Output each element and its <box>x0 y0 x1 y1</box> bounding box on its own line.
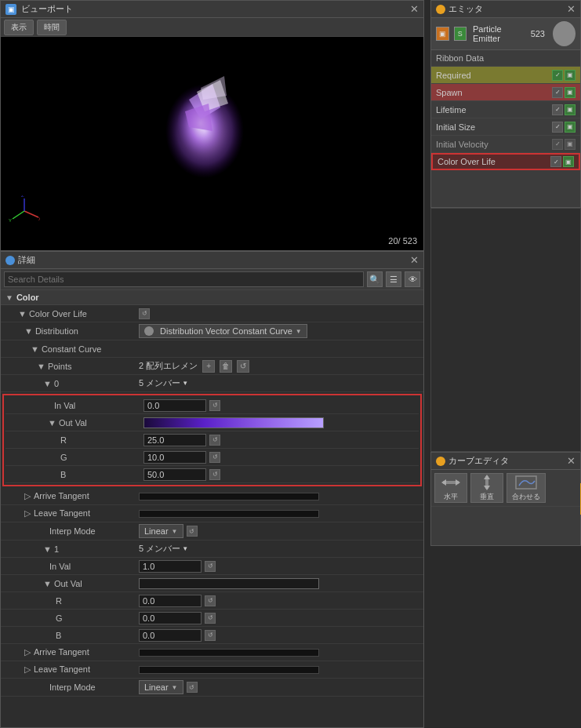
lifetime-check-icon[interactable]: ✓ <box>552 104 563 115</box>
emitter-close-button[interactable]: ✕ <box>567 3 576 15</box>
spawn-label: Spawn <box>436 88 552 97</box>
in-val-1-reset[interactable]: ↺ <box>205 561 216 572</box>
vertical-button[interactable]: 垂直 <box>470 473 503 503</box>
color-section-header[interactable]: ▼ Color <box>1 290 423 305</box>
g-0-reset[interactable]: ↺ <box>209 452 220 463</box>
emitter-row-required[interactable]: Required ✓ ▣ <box>431 67 580 84</box>
b-1-input[interactable] <box>139 629 202 642</box>
svg-text:Z: Z <box>21 195 24 198</box>
initial-velocity-label: Initial Velocity <box>436 140 552 149</box>
leave-tangent-1-value <box>139 666 419 674</box>
display-button[interactable]: 表示 <box>4 20 34 35</box>
r-1-reset[interactable]: ↺ <box>205 595 216 606</box>
emitter-row-initial-velocity[interactable]: Initial Velocity ✓ ▣ <box>431 136 580 153</box>
in-val-1-value: ↺ <box>139 560 419 573</box>
in-val-0-input[interactable] <box>143 399 206 412</box>
spawn-graph-icon[interactable]: ▣ <box>565 87 576 98</box>
required-graph-icon[interactable]: ▣ <box>565 70 576 81</box>
curve-editor-icon <box>436 457 445 466</box>
arrive-tangent-0-row: ▷Arrive Tangent <box>1 488 423 505</box>
required-check-icon[interactable]: ✓ <box>552 70 563 81</box>
r-1-input[interactable] <box>139 595 202 607</box>
search-bar: 🔍 ☰ 👁 <box>1 269 423 290</box>
color-over-life-check-icon[interactable]: ✓ <box>550 156 561 167</box>
constant-curve-prop-label: ▼Constant Curve <box>5 344 139 354</box>
b-0-input[interactable] <box>143 468 206 481</box>
emitter-icon-orange: ▣ <box>436 27 449 41</box>
item-0-highlight: In Val ↺ ▼Out Val R ↺ G <box>2 394 422 486</box>
out-val-0-value <box>143 417 414 428</box>
add-point-button[interactable]: + <box>202 360 215 373</box>
particle-emitter-row: ▣ S Particle Emitter 523 <box>431 18 580 50</box>
svg-text:X: X <box>38 217 40 221</box>
lifetime-graph-icon[interactable]: ▣ <box>565 104 576 115</box>
emitter-row-spawn[interactable]: Spawn ✓ ▣ <box>431 84 580 101</box>
particle-emitter-label: Particle Emitter <box>473 24 526 43</box>
spawn-icons: ✓ ▣ <box>552 87 576 98</box>
horizontal-icon <box>441 475 460 490</box>
g-1-reset[interactable]: ↺ <box>205 613 216 624</box>
list-view-icon[interactable]: ☰ <box>386 271 401 287</box>
interp-mode-0-value: Linear ▼ ↺ <box>139 524 419 538</box>
b-0-row: B ↺ <box>5 466 419 483</box>
svg-text:Y: Y <box>9 218 12 223</box>
spawn-check-icon[interactable]: ✓ <box>552 87 563 98</box>
out-val-0-label: ▼Out Val <box>10 418 143 428</box>
viewport-canvas: X Y Z 20/ 523 <box>1 37 423 250</box>
item-1-label: ▼1 <box>5 544 139 554</box>
emitter-row-initial-size[interactable]: Initial Size ✓ ▣ <box>431 118 580 136</box>
out-val-1-row: ▼Out Val <box>1 575 423 592</box>
search-icon[interactable]: 🔍 <box>367 271 383 287</box>
g-0-input[interactable] <box>143 451 206 464</box>
color-over-life-graph-icon[interactable]: ▣ <box>563 156 574 167</box>
axes-indicator: X Y Z <box>9 195 40 227</box>
in-val-0-label: In Val <box>10 401 143 410</box>
b-1-value: ↺ <box>139 629 419 642</box>
distribution-dropdown[interactable]: Distribution Vector Constant Curve ▼ <box>139 324 307 338</box>
horizontal-button[interactable]: 水平 <box>434 473 467 503</box>
initial-size-graph-icon[interactable]: ▣ <box>565 122 576 133</box>
r-0-input[interactable] <box>143 434 206 446</box>
viewport-close-button[interactable]: ✕ <box>410 3 419 15</box>
color-section-label: Color <box>16 293 39 302</box>
interp-mode-0-reset[interactable]: ↺ <box>187 526 198 537</box>
g-1-input[interactable] <box>139 612 202 624</box>
emitter-panel: エミッタ ✕ ▣ S Particle Emitter 523 Ribbon D… <box>430 0 581 208</box>
points-controls: 2 配列エレメン + 🗑 ↺ <box>139 360 249 373</box>
initial-size-check-icon[interactable]: ✓ <box>552 122 563 133</box>
emitter-row-lifetime[interactable]: Lifetime ✓ ▣ <box>431 101 580 118</box>
time-button[interactable]: 時間 <box>37 20 67 35</box>
viewport-panel: ▣ ビューポート ✕ 表示 時間 <box>0 0 424 251</box>
r-0-reset[interactable]: ↺ <box>209 435 220 446</box>
color-over-life-reset[interactable]: ↺ <box>139 308 150 319</box>
initial-velocity-check-icon[interactable]: ✓ <box>552 139 563 150</box>
in-val-0-reset[interactable]: ↺ <box>209 400 220 411</box>
delete-point-button[interactable]: 🗑 <box>220 360 232 373</box>
b-0-reset[interactable]: ↺ <box>209 469 220 480</box>
color-over-life-row: ▼Color Over Life ↺ <box>1 305 423 322</box>
search-input[interactable] <box>4 271 364 287</box>
emitter-row-color-over-life[interactable]: Color Over Life ✓ ▣ <box>431 153 580 170</box>
in-val-1-row: In Val ↺ <box>1 558 423 575</box>
interp-mode-0-dropdown[interactable]: Linear ▼ <box>139 524 183 538</box>
item-0-value: 5 メンバー ▼ <box>139 377 419 389</box>
interp-mode-1-reset[interactable]: ↺ <box>187 682 198 693</box>
fit-button[interactable]: 合わせる <box>507 473 546 503</box>
b-1-reset[interactable]: ↺ <box>205 630 216 641</box>
curve-editor-close-button[interactable]: ✕ <box>567 455 576 467</box>
constant-curve-row: ▼Constant Curve <box>1 340 423 358</box>
color-preview-1 <box>139 578 319 589</box>
initial-velocity-graph-icon[interactable]: ▣ <box>565 139 576 150</box>
interp-mode-0-row: Interp Mode Linear ▼ ↺ <box>1 522 423 541</box>
in-val-1-input[interactable] <box>139 560 202 573</box>
interp-mode-1-dropdown[interactable]: Linear ▼ <box>139 680 183 694</box>
required-label: Required <box>436 71 552 80</box>
lifetime-label: Lifetime <box>436 105 552 115</box>
g-1-row: G ↺ <box>1 610 423 627</box>
reset-point-button[interactable]: ↺ <box>237 360 249 373</box>
particle-effect <box>158 68 252 186</box>
vertical-icon <box>478 475 496 490</box>
details-close-button[interactable]: ✕ <box>410 254 419 266</box>
eye-icon[interactable]: 👁 <box>405 271 420 287</box>
r-0-row: R ↺ <box>5 431 419 449</box>
